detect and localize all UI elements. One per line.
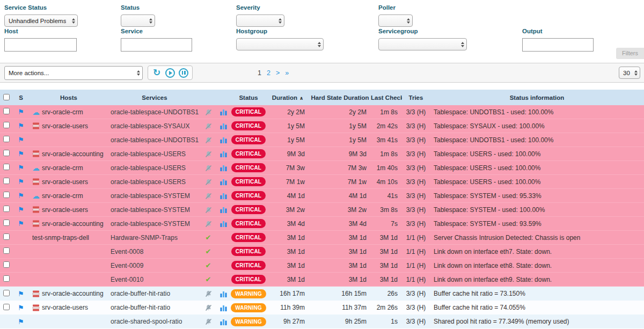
refresh-icon[interactable]: ↻: [152, 68, 162, 78]
header-s[interactable]: S: [13, 94, 29, 101]
service-name[interactable]: oracle-tablespace-SYSTEM: [111, 192, 190, 200]
flag-icon: ⚑: [18, 220, 24, 228]
row-checkbox[interactable]: [3, 261, 10, 268]
select-stepper-icon: [149, 18, 152, 24]
row-checkbox[interactable]: [3, 164, 10, 170]
play-icon[interactable]: [165, 68, 175, 78]
host-name[interactable]: srv-oracle-users: [42, 304, 88, 311]
header-hard-state-duration[interactable]: Hard State Duration: [309, 94, 371, 101]
hard-state-duration-value: 1y 5M: [309, 136, 371, 144]
pause-icon[interactable]: [179, 68, 188, 78]
host-input[interactable]: [4, 38, 77, 52]
row-checkbox[interactable]: [3, 192, 10, 198]
host-name[interactable]: srv-oracle-crm: [42, 192, 83, 200]
header-last-check[interactable]: Last Check: [371, 94, 402, 101]
graph-icon[interactable]: [220, 123, 227, 129]
status-badge: CRITICAL: [231, 261, 266, 270]
filters-button[interactable]: Filters: [616, 48, 644, 59]
graph-icon[interactable]: [220, 207, 227, 213]
header-duration[interactable]: Duration∧: [266, 94, 309, 101]
host-name[interactable]: srv-oracle-accounting: [42, 220, 104, 228]
page-next-icon[interactable]: >: [276, 69, 280, 77]
row-checkbox[interactable]: [3, 178, 10, 184]
service-name[interactable]: Event-0009: [111, 262, 143, 269]
graph-icon[interactable]: [220, 305, 227, 311]
service-name[interactable]: oracle-tablespace-UNDOTBS1: [111, 136, 199, 144]
service-name[interactable]: oracle-tablespace-SYSTEM: [111, 220, 190, 228]
last-check-value: 1m 8s: [371, 150, 402, 158]
host-name[interactable]: test-snmp-traps-dell: [32, 234, 89, 242]
header-status[interactable]: Status: [231, 94, 266, 101]
graph-icon[interactable]: [220, 151, 227, 157]
service-input[interactable]: [121, 38, 192, 52]
tries-value: 3/3 (H): [402, 290, 430, 297]
page-size-select[interactable]: 30: [619, 67, 640, 79]
row-checkbox[interactable]: [3, 220, 10, 226]
header-status-information[interactable]: Status information: [430, 94, 644, 101]
header-services[interactable]: Services: [108, 94, 201, 101]
service-label: Service: [121, 28, 192, 34]
row-checkbox[interactable]: [3, 122, 10, 128]
graph-icon[interactable]: [220, 109, 227, 115]
host-name[interactable]: srv-oracle-users: [42, 178, 88, 186]
service-name[interactable]: Event-0010: [111, 276, 143, 283]
row-checkbox[interactable]: [3, 275, 10, 282]
table-row: ⚑ ☁ Event-0009 ✔ CRITICAL 3M 1d 3M 1d 3M…: [0, 259, 644, 273]
graph-icon[interactable]: [220, 165, 227, 171]
page-link-2[interactable]: 2: [267, 69, 270, 77]
service-name[interactable]: oracle-tablespace-USERS: [111, 150, 186, 158]
passive-check-icon: ✔: [206, 247, 211, 255]
duration-value: 4M 1d: [266, 192, 309, 200]
service-status-select[interactable]: Unhandled Problems: [4, 14, 78, 27]
host-name[interactable]: srv-oracle-accounting: [42, 290, 104, 297]
servicegroup-select[interactable]: [378, 38, 467, 50]
graph-icon[interactable]: [220, 291, 227, 297]
host-name[interactable]: srv-oracle-users: [42, 122, 88, 130]
service-name[interactable]: oracle-tablespace-USERS: [111, 164, 186, 172]
select-all-checkbox[interactable]: [3, 94, 10, 100]
more-actions-select[interactable]: More actions...: [4, 66, 143, 80]
status-information-value: Link down on interface eth9. State: down…: [430, 276, 644, 283]
host-name[interactable]: srv-oracle-users: [42, 206, 88, 214]
service-name[interactable]: oracle-tablespace-UNDOTBS1: [111, 108, 199, 116]
row-checkbox[interactable]: [3, 108, 10, 114]
status-select[interactable]: [121, 14, 155, 27]
table-body: ⚑ ☁ srv-oracle-crm oracle-tablespace-UND…: [0, 105, 644, 328]
notifications-muted-icon: [205, 207, 212, 214]
row-checkbox[interactable]: [3, 150, 10, 156]
host-name[interactable]: srv-oracle-crm: [42, 164, 83, 172]
header-tries[interactable]: Tries: [402, 94, 430, 101]
status-badge: CRITICAL: [231, 275, 266, 284]
graph-icon[interactable]: [220, 193, 227, 199]
graph-icon[interactable]: [220, 179, 227, 185]
row-checkbox[interactable]: [3, 206, 10, 212]
graph-icon[interactable]: [220, 221, 227, 227]
service-name[interactable]: oracle-tablespace-USERS: [111, 178, 186, 186]
output-input[interactable]: [522, 38, 594, 52]
service-name[interactable]: oracle-buffer-hit-ratio: [111, 304, 170, 311]
page-last-icon[interactable]: »: [285, 69, 289, 77]
server-host-icon: [32, 220, 40, 227]
header-hosts[interactable]: Hosts: [29, 94, 108, 101]
row-checkbox[interactable]: [3, 304, 10, 310]
poller-select[interactable]: [378, 14, 413, 27]
notifications-muted-icon: [205, 165, 212, 172]
host-name[interactable]: srv-oracle-accounting: [42, 150, 104, 158]
severity-select[interactable]: [236, 14, 284, 27]
graph-icon[interactable]: [220, 137, 227, 143]
row-checkbox[interactable]: [3, 136, 10, 142]
row-checkbox[interactable]: [3, 247, 10, 254]
table-row: ⚑ ☁ oracle-tablespace-UNDOTBS1 ✔ CRITICA…: [0, 133, 644, 147]
service-name[interactable]: oracle-tablespace-SYSAUX: [111, 122, 189, 130]
flag-icon: ⚑: [18, 164, 24, 172]
service-name[interactable]: oracle-shared-spool-ratio: [111, 318, 182, 325]
service-name[interactable]: Hardware-SNMP-Traps: [111, 234, 178, 242]
hostgroup-select[interactable]: [236, 38, 324, 50]
service-name[interactable]: oracle-tablespace-SYSTEM: [111, 206, 190, 214]
service-name[interactable]: oracle-buffer-hit-ratio: [111, 290, 170, 297]
host-name[interactable]: srv-oracle-crm: [42, 108, 83, 116]
row-checkbox[interactable]: [3, 290, 10, 296]
service-name[interactable]: Event-0008: [111, 248, 143, 255]
row-checkbox[interactable]: [3, 233, 10, 240]
graph-icon[interactable]: [220, 319, 227, 325]
